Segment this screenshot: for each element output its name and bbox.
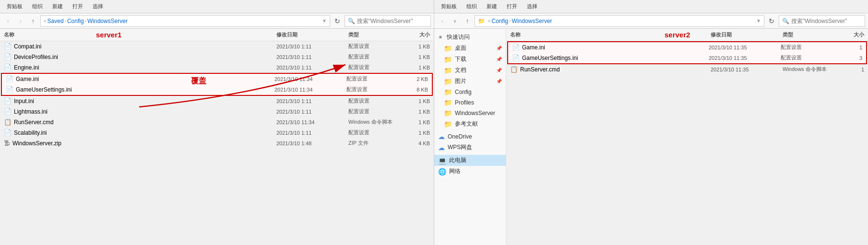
table-row[interactable]: 📄 Input.ini 2021/3/10 1:11 配置设置 1 KB bbox=[0, 96, 434, 106]
file-icon-ini: 📄 bbox=[6, 86, 13, 93]
toolbar-new-left[interactable]: 新建 bbox=[48, 2, 67, 11]
back-button-left[interactable]: ‹ bbox=[3, 16, 13, 26]
right-highlight-box: 📄 Game.ini 2021/3/10 11:35 配置设置 1 📄 Game… bbox=[507, 41, 867, 64]
sidebar-item-desktop[interactable]: 📁 桌面 📌 bbox=[434, 43, 506, 54]
left-search-box: 🔍 bbox=[345, 15, 431, 27]
sidebar-item-wps[interactable]: ☁ WPS网盘 bbox=[434, 142, 506, 153]
file-date: 2021/3/10 1:11 bbox=[276, 130, 348, 136]
toolbar-cut-right[interactable]: 剪贴板 bbox=[437, 2, 461, 11]
col-size-left: 大小 bbox=[401, 31, 430, 38]
col-name-left: 名称 bbox=[4, 31, 276, 38]
star-icon: ★ bbox=[438, 34, 443, 40]
file-icon-ini: 📄 bbox=[4, 129, 12, 136]
left-breadcrumb[interactable]: « Saved › Config › WindowsServer ▼ bbox=[40, 15, 330, 27]
sidebar-item-network[interactable]: 🌐 网络 bbox=[434, 166, 506, 177]
sidebar-item-config[interactable]: 📁 Config bbox=[434, 87, 506, 97]
file-name: Scalability.ini bbox=[14, 129, 276, 136]
file-icon-ini: 📄 bbox=[4, 108, 12, 115]
bc-left-arrow: « bbox=[44, 18, 47, 23]
file-icon-ini: 📄 bbox=[4, 64, 12, 71]
folder-icon-references: 📁 bbox=[444, 120, 452, 128]
file-size: 1 KB bbox=[401, 44, 430, 49]
sidebar-item-onedrive[interactable]: ☁ OneDrive bbox=[434, 131, 506, 142]
right-sidebar: ★ 快速访问 📁 桌面 📌 📁 下载 📌 bbox=[434, 29, 506, 245]
sidebar-label-thispc: 此电脑 bbox=[449, 156, 466, 164]
bc-left-saved[interactable]: Saved bbox=[48, 18, 64, 24]
table-row[interactable]: 📋 RunServer.cmd 2021/3/10 11:35 Windows … bbox=[506, 64, 868, 75]
toolbar-cut-left[interactable]: 剪贴板 bbox=[3, 2, 26, 11]
file-type: 配置设置 bbox=[348, 108, 401, 115]
toolbar-organize-left[interactable]: 组织 bbox=[28, 2, 47, 11]
table-row[interactable]: 📄 GameUserSettings.ini 2021/3/10 11:34 配… bbox=[2, 84, 432, 95]
forward-button-left[interactable]: › bbox=[15, 16, 26, 26]
file-name: RunServer.cmd bbox=[14, 119, 276, 126]
sidebar-item-documents[interactable]: 📁 文档 📌 bbox=[434, 65, 506, 76]
bc-right-dropdown[interactable]: ▼ bbox=[756, 18, 761, 23]
toolbar-select-left[interactable]: 选择 bbox=[89, 2, 107, 11]
table-row[interactable]: 📄 Compat.ini 2021/3/10 1:11 配置设置 1 KB bbox=[0, 41, 434, 52]
up-button-left[interactable]: ↑ bbox=[28, 16, 38, 26]
sidebar-label-references: 参考文献 bbox=[455, 120, 478, 128]
sidebar-item-profiles[interactable]: 📁 Profiles bbox=[434, 97, 506, 108]
toolbar-new-right[interactable]: 新建 bbox=[483, 2, 501, 11]
bc-left-config[interactable]: Config bbox=[67, 18, 84, 24]
right-search-input[interactable] bbox=[791, 18, 862, 24]
bc-right-arrow: « bbox=[488, 18, 491, 23]
folder-icon-desktop: 📁 bbox=[444, 45, 452, 52]
sidebar-label-downloads: 下载 bbox=[455, 55, 466, 63]
file-size: 1 bbox=[833, 45, 862, 50]
sidebar-item-references[interactable]: 📁 参考文献 bbox=[434, 118, 506, 129]
file-date: 2021/3/10 11:35 bbox=[711, 67, 783, 72]
left-file-list: 📄 Compat.ini 2021/3/10 1:11 配置设置 1 KB 📄 … bbox=[0, 41, 434, 245]
file-icon-ini: 📄 bbox=[512, 54, 520, 61]
file-name: Game.ini bbox=[16, 76, 274, 82]
table-row[interactable]: 📄 Game.ini 2021/3/10 11:35 配置设置 1 bbox=[508, 42, 866, 53]
back-button-right[interactable]: ‹ bbox=[437, 16, 448, 26]
folder-icon-documents: 📁 bbox=[444, 67, 452, 74]
table-row[interactable]: 📋 RunServer.cmd 2021/3/10 11:34 Windows … bbox=[0, 117, 434, 128]
bc-left-windowsserver[interactable]: WindowsServer bbox=[87, 18, 128, 24]
file-icon-cmd: 📋 bbox=[4, 118, 12, 126]
left-address-bar: ‹ › ↑ « Saved › Config › WindowsServer ▼… bbox=[0, 13, 434, 29]
bc-right-windowsserver[interactable]: WindowsServer bbox=[512, 18, 552, 24]
toolbar-open-right[interactable]: 打开 bbox=[503, 2, 521, 11]
file-date: 2021/3/10 1:11 bbox=[276, 65, 348, 70]
file-icon-ini: 📄 bbox=[512, 44, 520, 51]
right-breadcrumb[interactable]: 📁 « Config › WindowsServer ▼ bbox=[475, 15, 764, 27]
refresh-button-left[interactable]: ↻ bbox=[332, 16, 343, 26]
table-row[interactable]: 📄 Game.ini 2021/3/10 11:34 配置设置 2 KB bbox=[2, 74, 432, 84]
file-size: 1 KB bbox=[401, 130, 430, 136]
left-toolbar: 剪贴板 组织 新建 打开 选择 bbox=[0, 0, 434, 13]
sidebar-label-documents: 文档 bbox=[455, 66, 466, 74]
bc-right-config[interactable]: Config bbox=[492, 18, 509, 24]
file-size: 1 bbox=[835, 67, 864, 72]
folder-icon-profiles: 📁 bbox=[444, 99, 452, 106]
right-search-box: 🔍 bbox=[779, 15, 865, 27]
refresh-button-right[interactable]: ↻ bbox=[766, 16, 777, 26]
sidebar-label-profiles: Profiles bbox=[455, 99, 474, 106]
toolbar-organize-right[interactable]: 组织 bbox=[463, 2, 481, 11]
up-button-right[interactable]: ↑ bbox=[462, 16, 473, 26]
table-row[interactable]: 📄 Engine.ini 2021/3/10 1:11 配置设置 1 KB bbox=[0, 62, 434, 73]
network-icon: 🌐 bbox=[438, 168, 446, 175]
folder-icon-right: 📁 bbox=[478, 18, 485, 24]
sidebar-item-quick-access[interactable]: ★ 快速访问 bbox=[434, 32, 506, 43]
table-row[interactable]: 📄 DeviceProfiles.ini 2021/3/10 1:11 配置设置… bbox=[0, 52, 434, 62]
sidebar-item-pictures[interactable]: 📁 图片 📌 bbox=[434, 76, 506, 87]
table-row[interactable]: 📄 Lightmass.ini 2021/3/10 1:11 配置设置 1 KB bbox=[0, 106, 434, 117]
search-icon-right: 🔍 bbox=[782, 18, 789, 24]
toolbar-open-left[interactable]: 打开 bbox=[69, 2, 87, 11]
sidebar-item-downloads[interactable]: 📁 下载 📌 bbox=[434, 54, 506, 65]
left-search-input[interactable] bbox=[357, 18, 428, 24]
forward-button-right[interactable]: › bbox=[450, 16, 460, 26]
sidebar-item-thispc[interactable]: 💻 此电脑 bbox=[434, 155, 506, 166]
bc-left-dropdown[interactable]: ▼ bbox=[322, 18, 327, 23]
table-row[interactable]: 📄 Scalability.ini 2021/3/10 1:11 配置设置 1 … bbox=[0, 128, 434, 138]
file-type: 配置设置 bbox=[348, 43, 401, 50]
table-row[interactable]: 🗜 WindowsServer.zip 2021/3/10 1:48 ZIP 文… bbox=[0, 138, 434, 149]
file-name: Game.ini bbox=[522, 44, 709, 51]
sidebar-item-windowsserver[interactable]: 📁 WindowsServer bbox=[434, 108, 506, 118]
toolbar-select-right[interactable]: 选择 bbox=[523, 2, 541, 11]
table-row[interactable]: 📄 GameUserSettings.ini 2021/3/10 11:35 配… bbox=[508, 53, 866, 63]
file-size: 3 bbox=[833, 55, 862, 61]
